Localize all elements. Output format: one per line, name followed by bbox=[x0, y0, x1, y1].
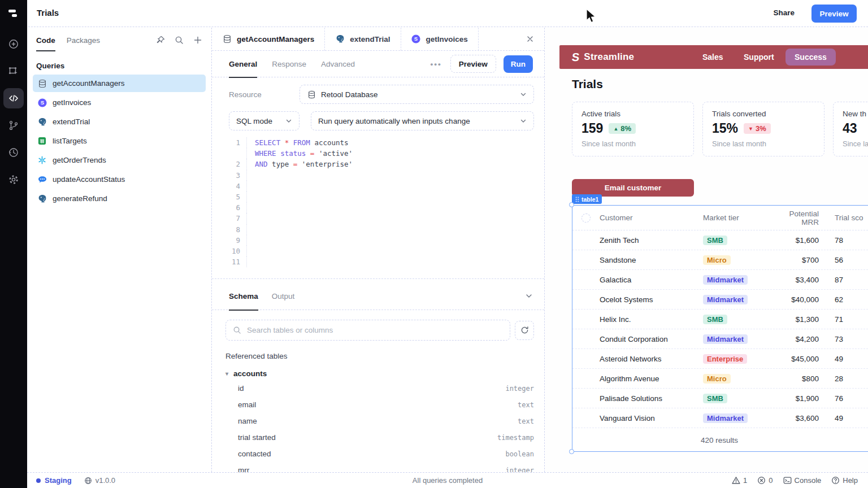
query-list-item[interactable]: updateAccountStatus bbox=[33, 171, 206, 188]
schema-search-box[interactable] bbox=[225, 320, 510, 341]
errors-indicator[interactable]: 0 bbox=[757, 476, 772, 485]
cell-mrr: $800 bbox=[771, 374, 826, 383]
collapse-panel-icon[interactable] bbox=[525, 292, 533, 300]
nav-sales[interactable]: Sales bbox=[702, 45, 723, 69]
preview-app-button[interactable]: Preview bbox=[811, 5, 857, 23]
table-row[interactable]: Zenith Tech SMB $1,600 78 bbox=[572, 230, 868, 250]
queries-section-label: Queries bbox=[27, 53, 211, 75]
schema-field-row[interactable]: id integer bbox=[212, 380, 544, 396]
table-row[interactable]: Algorithm Avenue Micro $800 28 bbox=[572, 369, 868, 389]
table-row[interactable]: Helix Inc. SMB $1,300 71 bbox=[572, 310, 868, 329]
query-type-icon: S bbox=[37, 98, 47, 107]
table-row[interactable]: Vanguard Vision Midmarket $3,600 49 bbox=[572, 408, 868, 428]
query-tab[interactable]: getAccountManagers bbox=[212, 28, 325, 51]
table-row[interactable]: Galactica Midmarket $3,400 87 bbox=[572, 270, 868, 290]
query-name: getAccountManagers bbox=[53, 79, 125, 88]
share-button[interactable]: Share bbox=[766, 5, 801, 20]
tab-general[interactable]: General bbox=[229, 51, 257, 77]
table-widget-tag[interactable]: table1 bbox=[572, 194, 602, 204]
trend-arrow-icon: ▲ bbox=[613, 126, 618, 132]
schema-field-row[interactable]: name text bbox=[212, 413, 544, 429]
cell-score: 71 bbox=[826, 315, 868, 324]
code-panel-button[interactable] bbox=[3, 88, 24, 108]
col-market-tier[interactable]: Market tier bbox=[703, 213, 771, 222]
tab-schema[interactable]: Schema bbox=[229, 282, 258, 310]
warnings-indicator[interactable]: 1 bbox=[732, 476, 747, 485]
history-button[interactable] bbox=[3, 142, 24, 163]
cell-mrr: $1,300 bbox=[771, 315, 826, 324]
referenced-tables-label: Referenced tables bbox=[225, 352, 531, 360]
more-options-icon[interactable]: ••• bbox=[429, 60, 443, 68]
schema-table-accounts[interactable]: ▾ accounts bbox=[225, 369, 531, 378]
retool-logo[interactable] bbox=[0, 0, 27, 27]
svg-text:S: S bbox=[40, 99, 44, 106]
query-list-item[interactable]: getOrderTrends bbox=[33, 151, 206, 169]
query-tab[interactable]: extendTrial bbox=[325, 28, 401, 51]
schema-field-row[interactable]: email text bbox=[212, 396, 544, 413]
cell-customer: Zenith Tech bbox=[600, 236, 703, 245]
table-row[interactable]: Conduit Corporation Midmarket $4,200 73 bbox=[572, 329, 868, 349]
help-button[interactable]: Help bbox=[831, 476, 858, 485]
field-name: mrr bbox=[238, 466, 249, 472]
customer-table[interactable]: Customer Market tier Potential MRR Trial… bbox=[572, 205, 868, 452]
query-list-item[interactable]: listTargets bbox=[33, 132, 206, 150]
close-tab-icon[interactable] bbox=[524, 33, 536, 45]
add-button[interactable] bbox=[3, 34, 24, 54]
tab-advanced[interactable]: Advanced bbox=[321, 51, 355, 77]
search-icon[interactable] bbox=[175, 36, 184, 45]
col-trial-score[interactable]: Trial sco bbox=[826, 213, 868, 222]
add-query-icon[interactable] bbox=[193, 36, 202, 45]
selection-handle[interactable] bbox=[569, 202, 574, 207]
chevron-down-icon bbox=[520, 91, 527, 98]
col-potential-mrr[interactable]: Potential MRR bbox=[771, 210, 826, 226]
settings-button[interactable] bbox=[3, 169, 24, 190]
tab-output[interactable]: Output bbox=[272, 282, 295, 310]
console-button[interactable]: Console bbox=[783, 476, 822, 485]
query-list-item[interactable]: generateRefund bbox=[33, 190, 206, 207]
tab-response[interactable]: Response bbox=[272, 51, 306, 77]
tab-packages[interactable]: Packages bbox=[67, 29, 100, 51]
schema-search-input[interactable] bbox=[246, 325, 503, 335]
schema-field-row[interactable]: mrr integer bbox=[212, 462, 544, 472]
select-all-checkbox[interactable] bbox=[581, 213, 591, 223]
nav-success[interactable]: Success bbox=[785, 49, 836, 66]
table-row[interactable]: Asteroid Networks Enterprise $45,000 49 bbox=[572, 349, 868, 369]
resource-select[interactable]: Retool Database bbox=[300, 85, 534, 104]
page-title: Trials bbox=[37, 8, 59, 18]
table-row[interactable]: Ocelot Systems Midmarket $40,000 62 bbox=[572, 290, 868, 310]
environment-dot bbox=[36, 478, 41, 483]
query-list-item[interactable]: extendTrial bbox=[33, 113, 206, 130]
git-branch-icon bbox=[8, 120, 19, 131]
query-preview-button[interactable]: Preview bbox=[450, 55, 496, 73]
refresh-schema-button[interactable] bbox=[515, 321, 534, 340]
query-toolbar: General Response Advanced ••• Preview Ru… bbox=[212, 51, 544, 77]
col-customer[interactable]: Customer bbox=[600, 213, 703, 222]
environment-switcher[interactable]: Staging bbox=[36, 476, 72, 485]
query-tab-label: getAccountManagers bbox=[237, 35, 314, 43]
query-list-item[interactable]: getAccountManagers bbox=[33, 75, 206, 92]
selection-handle[interactable] bbox=[569, 449, 574, 454]
stat-delta-badge: ▼ 3% bbox=[744, 123, 771, 134]
stat-delta: 8% bbox=[620, 124, 631, 133]
warning-icon bbox=[732, 476, 740, 485]
run-query-button[interactable]: Run bbox=[504, 55, 533, 73]
query-list-item[interactable]: S getInvoices bbox=[33, 94, 206, 111]
schema-field-row[interactable]: trial started timestamp bbox=[212, 429, 544, 446]
version-selector[interactable]: v1.0.0 bbox=[84, 476, 115, 485]
field-type: text bbox=[518, 401, 534, 409]
field-type: text bbox=[518, 417, 534, 425]
source-control-button[interactable] bbox=[3, 115, 24, 136]
query-tab[interactable]: S getInvoices bbox=[401, 28, 479, 51]
schema-field-row[interactable]: contacted boolean bbox=[212, 446, 544, 462]
nav-support[interactable]: Support bbox=[744, 45, 774, 69]
query-name: generateRefund bbox=[53, 194, 107, 203]
table-row[interactable]: Sandstone Micro $700 56 bbox=[572, 250, 868, 270]
table-row[interactable]: Palisade Solutions SMB $1,900 76 bbox=[572, 389, 868, 408]
query-mode-select[interactable]: SQL mode bbox=[229, 111, 300, 130]
sql-code-editor[interactable]: 1SELECT * FROM accountsWHERE status = 'a… bbox=[212, 137, 544, 279]
run-trigger-select[interactable]: Run query automatically when inputs chan… bbox=[311, 111, 534, 130]
pin-icon[interactable] bbox=[156, 36, 165, 45]
components-tool-button[interactable] bbox=[3, 61, 24, 81]
schema-table-name: accounts bbox=[233, 369, 267, 378]
tab-code[interactable]: Code bbox=[36, 29, 55, 51]
